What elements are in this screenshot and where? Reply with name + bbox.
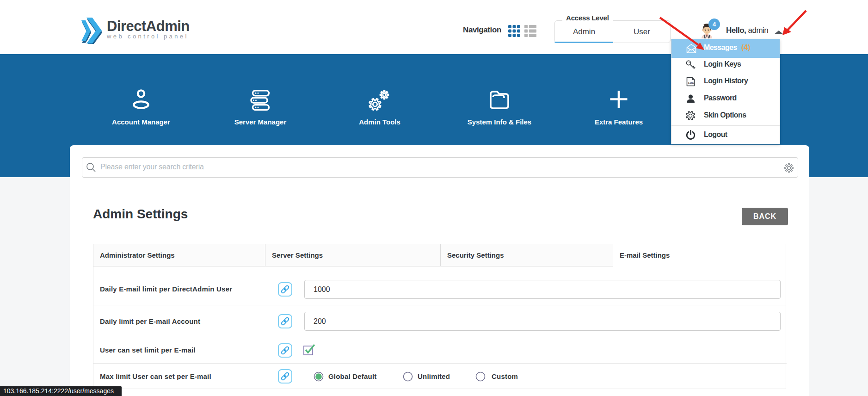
svg-text:LOG: LOG — [688, 81, 694, 84]
